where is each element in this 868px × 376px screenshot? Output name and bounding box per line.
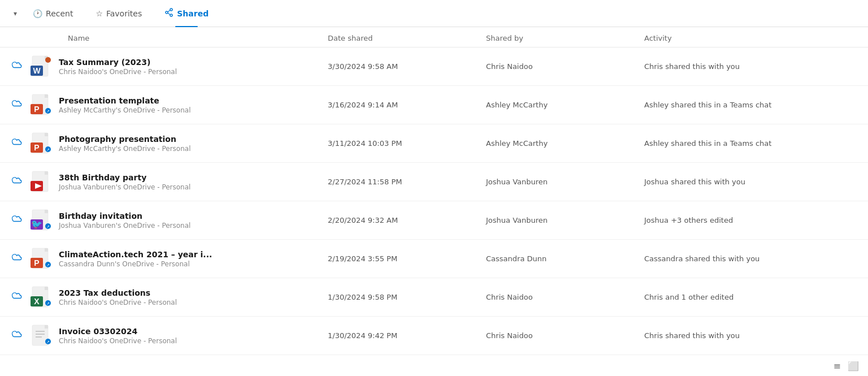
file-cell: P ↗ Photography presentation Ashley McCa… bbox=[11, 132, 328, 155]
shared-by-cell: Chris Naidoo bbox=[486, 331, 644, 340]
nav-item-favorites[interactable]: ☆ Favorites bbox=[86, 0, 151, 27]
date-shared-cell: 2/20/2024 9:32 AM bbox=[328, 216, 486, 224]
svg-text:X: X bbox=[34, 297, 40, 306]
file-icon: P ↗ bbox=[29, 132, 52, 155]
header-name[interactable]: Name bbox=[11, 34, 328, 42]
file-cell: P ↗ ClimateAction.tech 2021 – year i... … bbox=[11, 248, 328, 270]
cloud-icon bbox=[11, 176, 23, 187]
date-shared-cell: 2/27/2024 11:58 PM bbox=[328, 178, 486, 186]
file-path: Joshua Vanburen's OneDrive - Personal bbox=[59, 222, 190, 230]
file-icon: W bbox=[29, 55, 52, 78]
svg-rect-53 bbox=[45, 325, 48, 329]
cloud-icon bbox=[11, 330, 23, 341]
file-cell: 🐦 ↗ Birthday invitation Joshua Vanburen'… bbox=[11, 209, 328, 232]
file-cell: 38th Birthday party Joshua Vanburen's On… bbox=[11, 171, 328, 193]
svg-rect-32 bbox=[45, 210, 48, 213]
file-icon: 🐦 ↗ bbox=[29, 209, 52, 232]
top-navigation: ▾ 🕐 Recent ☆ Favorites Shared bbox=[0, 0, 868, 27]
nav-chevron[interactable]: ▾ bbox=[11, 7, 19, 20]
header-shared-by[interactable]: Shared by bbox=[486, 34, 644, 42]
svg-text:↗: ↗ bbox=[46, 148, 50, 152]
date-shared-cell: 1/30/2024 9:58 PM bbox=[328, 293, 486, 301]
file-path: Chris Naidoo's OneDrive - Personal bbox=[59, 299, 177, 306]
file-info: Birthday invitation Joshua Vanburen's On… bbox=[59, 211, 190, 230]
activity-cell: Cassandra shared this with you bbox=[644, 254, 857, 263]
file-icon: P ↗ bbox=[29, 94, 52, 116]
file-name: 38th Birthday party bbox=[59, 173, 190, 182]
header-date-shared[interactable]: Date shared bbox=[328, 34, 486, 42]
file-cell: ↗ Invoice 03302024 Chris Naidoo's OneDri… bbox=[11, 325, 328, 347]
table-row[interactable]: 38th Birthday party Joshua Vanburen's On… bbox=[0, 163, 868, 201]
shared-by-cell: Chris Naidoo bbox=[486, 62, 644, 71]
shared-by-cell: Joshua Vanburen bbox=[486, 216, 644, 224]
activity-cell: Chris and 1 other edited bbox=[644, 293, 857, 301]
svg-point-10 bbox=[45, 57, 51, 63]
date-shared-cell: 2/19/2024 3:55 PM bbox=[328, 254, 486, 263]
cloud-icon bbox=[11, 138, 23, 149]
svg-text:↗: ↗ bbox=[46, 109, 50, 114]
nav-item-shared[interactable]: Shared bbox=[155, 0, 218, 27]
svg-text:W: W bbox=[33, 66, 41, 75]
nav-item-recent[interactable]: 🕐 Recent bbox=[24, 0, 82, 27]
file-cell: P ↗ Presentation template Ashley McCarth… bbox=[11, 94, 328, 116]
svg-line-3 bbox=[168, 10, 170, 12]
svg-rect-20 bbox=[45, 133, 48, 136]
file-info: Presentation template Ashley McCarthy's … bbox=[59, 96, 191, 114]
file-path: Joshua Vanburen's OneDrive - Personal bbox=[59, 183, 190, 191]
svg-rect-13 bbox=[45, 94, 48, 98]
table-row[interactable]: P ↗ Presentation template Ashley McCarth… bbox=[0, 86, 868, 124]
activity-cell: Chris shared this with you bbox=[644, 331, 857, 340]
nav-item-shared-label: Shared bbox=[177, 9, 209, 18]
file-path: Chris Naidoo's OneDrive - Personal bbox=[59, 68, 177, 76]
activity-cell: Joshua +3 others edited bbox=[644, 216, 857, 224]
shared-by-cell: Ashley McCarthy bbox=[486, 139, 644, 148]
date-shared-cell: 3/30/2024 9:58 AM bbox=[328, 62, 486, 71]
svg-point-0 bbox=[170, 8, 172, 11]
shared-by-cell: Ashley McCarthy bbox=[486, 101, 644, 109]
file-info: 2023 Tax deductions Chris Naidoo's OneDr… bbox=[59, 288, 177, 306]
svg-rect-39 bbox=[45, 248, 48, 252]
file-name: Photography presentation bbox=[59, 135, 191, 144]
recent-icon: 🕐 bbox=[33, 9, 42, 18]
activity-cell: Ashley shared this in a Teams chat bbox=[644, 139, 857, 148]
file-info: 38th Birthday party Joshua Vanburen's On… bbox=[59, 173, 190, 191]
file-path: Chris Naidoo's OneDrive - Personal bbox=[59, 337, 177, 345]
date-shared-cell: 3/16/2024 9:14 AM bbox=[328, 101, 486, 109]
table-row[interactable]: P ↗ Photography presentation Ashley McCa… bbox=[0, 124, 868, 163]
table-row[interactable]: ↗ Invoice 03302024 Chris Naidoo's OneDri… bbox=[0, 317, 868, 355]
nav-item-recent-label: Recent bbox=[46, 9, 73, 18]
favorites-icon: ☆ bbox=[96, 9, 103, 18]
header-activity[interactable]: Activity bbox=[644, 34, 857, 42]
table-row[interactable]: P ↗ ClimateAction.tech 2021 – year i... … bbox=[0, 240, 868, 278]
file-cell: W Tax Summary (2023) Chris Naidoo's OneD… bbox=[11, 55, 328, 78]
svg-text:P: P bbox=[34, 143, 39, 152]
file-icon: X ↗ bbox=[29, 286, 52, 309]
svg-text:P: P bbox=[34, 258, 39, 267]
shared-icon bbox=[164, 8, 173, 19]
table-row[interactable]: W Tax Summary (2023) Chris Naidoo's OneD… bbox=[0, 47, 868, 86]
file-path: Cassandra Dunn's OneDrive - Personal bbox=[59, 260, 212, 268]
shared-by-cell: Chris Naidoo bbox=[486, 293, 644, 301]
date-shared-cell: 3/11/2024 10:03 PM bbox=[328, 139, 486, 148]
svg-point-1 bbox=[166, 11, 168, 14]
cloud-icon bbox=[11, 61, 23, 72]
table-row[interactable]: 🐦 ↗ Birthday invitation Joshua Vanburen'… bbox=[0, 201, 868, 240]
file-name: 2023 Tax deductions bbox=[59, 288, 177, 297]
activity-cell: Joshua shared this with you bbox=[644, 178, 857, 186]
file-info: Photography presentation Ashley McCarthy… bbox=[59, 135, 191, 153]
cloud-icon bbox=[11, 253, 23, 264]
table-row[interactable]: X ↗ 2023 Tax deductions Chris Naidoo's O… bbox=[0, 278, 868, 317]
file-path: Ashley McCarthy's OneDrive - Personal bbox=[59, 145, 191, 153]
svg-text:↗: ↗ bbox=[46, 263, 50, 267]
cloud-icon bbox=[11, 215, 23, 226]
cloud-icon bbox=[11, 100, 23, 110]
file-path: Ashley McCarthy's OneDrive - Personal bbox=[59, 106, 191, 114]
shared-by-cell: Cassandra Dunn bbox=[486, 254, 644, 263]
file-icon bbox=[29, 171, 52, 193]
svg-text:P: P bbox=[34, 105, 39, 114]
file-info: Tax Summary (2023) Chris Naidoo's OneDri… bbox=[59, 58, 177, 76]
file-cell: X ↗ 2023 Tax deductions Chris Naidoo's O… bbox=[11, 286, 328, 309]
svg-point-2 bbox=[170, 14, 172, 16]
svg-line-4 bbox=[168, 13, 170, 15]
table-header: Name Date shared Shared by Activity bbox=[0, 29, 868, 47]
